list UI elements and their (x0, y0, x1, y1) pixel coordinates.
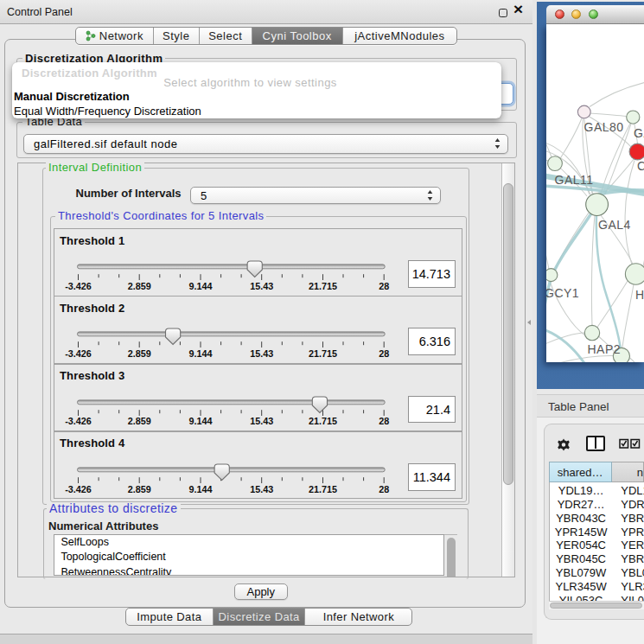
svg-text:C: C (637, 158, 644, 172)
svg-text:H: H (635, 288, 644, 302)
svg-text:GAL11: GAL11 (554, 172, 593, 186)
svg-text:HAP2: HAP2 (587, 341, 621, 355)
svg-text:GAL4: GAL4 (598, 217, 631, 231)
svg-text:GA: GA (634, 125, 644, 139)
svg-text:GCY1: GCY1 (546, 285, 579, 299)
svg-text:GAL80: GAL80 (583, 119, 623, 133)
